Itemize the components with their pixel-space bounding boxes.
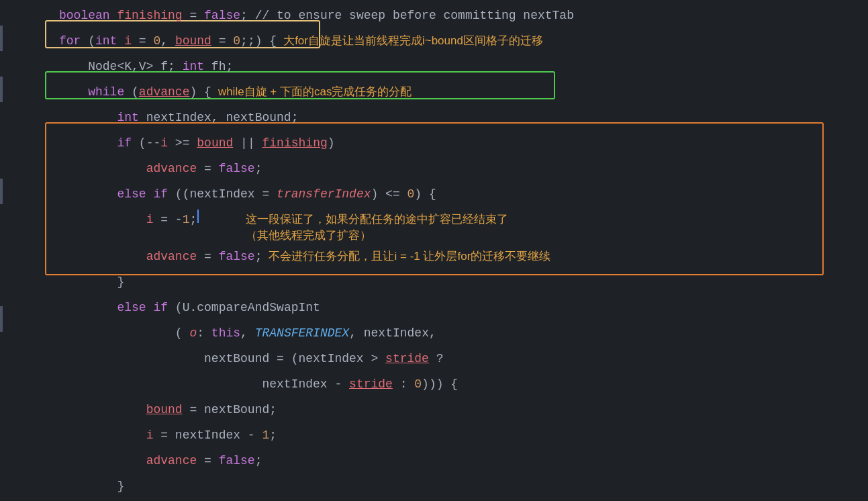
token-keyword: int [117,105,138,130]
token-plain: = [197,156,218,181]
token-keyword: else if [117,181,168,207]
token-num: 0 [233,28,240,54]
token-italic-o: o [189,320,197,346]
code-line-3: while ( advance ) { while自旋 + 下面的cas完成任务… [13,79,868,105]
token-num: 0 [407,181,415,207]
code-line-0: boolean finishing = false ; // to ensure… [13,3,868,28]
code-line-12: ( o : this , TRANSFERINDEX , nextIndex, [13,320,868,346]
token-var-advance: advance [139,79,190,105]
annotation-for-loop: 大for自旋是让当前线程完成i~bound区间格子的迁移 [283,28,543,54]
token-var-finishing: finishing [262,130,328,156]
token-plain: ; [189,207,197,232]
annotation-line8-2: （其他线程完成了扩容） [246,228,508,244]
token-plain [59,79,88,105]
token-plain: : [197,320,211,346]
token-plain [59,397,146,422]
token-num: 1 [262,422,269,448]
token-var-stride2: stride [349,371,393,397]
token-plain [117,28,124,54]
token-plain: = [197,244,218,269]
token-plain [59,295,117,320]
annotation-while: while自旋 + 下面的cas完成任务的分配 [218,79,412,105]
token-var: finishing [117,3,182,28]
token-plain: ; // to ensure sweep before committing n… [240,3,574,28]
token-keyword: while [88,79,124,105]
token-plain: ; [255,244,262,269]
token-plain [59,448,146,473]
token-var-advance: advance [146,244,197,269]
token-var-stride: stride [385,346,429,371]
text-cursor [197,210,199,223]
token-var-i2: i [146,422,154,448]
token-plain [59,422,146,448]
token-plain: ; [255,156,262,181]
sidebar-accent-2 [0,77,3,102]
token-plain: (-- [132,130,160,156]
token-plain: } [59,499,95,501]
token-plain: ( [81,28,95,54]
token-num: 1 [183,207,190,232]
token-plain: = [183,3,204,28]
token-plain: } [59,269,124,295]
token-plain: fh; [204,54,233,79]
token-plain: ; [269,422,277,448]
token-keyword: int [183,54,204,79]
token-plain: nextBound = (nextIndex > [59,346,385,371]
code-line-13: nextBound = (nextIndex > stride ? [13,346,868,371]
token-var-bound: bound [175,28,211,54]
token-var-bound: bound [197,130,233,156]
token-keyword: int [95,28,117,54]
code-line-15: bound = nextBound; [13,397,868,422]
token-keyword: false [204,3,240,28]
code-line-18: } [13,473,868,499]
token-keyword: false [219,244,255,269]
token-plain: } [59,473,124,499]
token-plain [59,244,146,269]
token-italic-transferIndex: transferIndex [277,181,371,207]
token-var-bound2: bound [146,397,183,422]
code-line-1: for ( int i = 0 , bound = 0 ;;) { 大for自旋… [13,28,868,54]
token-plain: ? [429,346,444,371]
token-plain: ( [59,320,189,346]
token-keyword: for [59,28,81,54]
token-plain [59,156,146,181]
token-keyword: this [211,320,240,346]
token-num: 0 [414,371,422,397]
code-line-19: } [13,499,868,501]
token-plain: ; [255,448,262,473]
code-line-2: Node<K,V> f; int fh; [13,54,868,79]
token-plain: nextIndex - [59,371,349,397]
sidebar-accent-1 [0,26,3,51]
token-plain [59,130,117,156]
token-num: 0 [153,28,160,54]
code-line-10: } [13,269,868,295]
token-plain: nextIndex, nextBound; [139,105,299,130]
token-keyword: boolean [59,3,117,28]
token-plain: ) { [414,181,436,207]
token-keyword: if [117,130,132,156]
token-plain: ((nextIndex = [168,181,277,207]
token-var-advance3: advance [146,448,197,473]
code-line-7: else if ((nextIndex = transferIndex ) <=… [13,181,868,207]
sidebar-accent-3 [0,179,3,204]
sidebar-accent-4 [0,306,3,332]
token-plain: || [233,130,262,156]
code-line-9: advance = false ; 不会进行任务分配，且让i = -1 让外层f… [13,244,868,269]
code-line-11: else if (U.compareAndSwapInt [13,295,868,320]
token-plain: = nextBound; [183,397,277,422]
annotation-line9: 不会进行任务分配，且让i = -1 让外层for的迁移不要继续 [269,244,550,269]
token-plain: : [393,371,414,397]
token-plain: , [240,320,255,346]
token-plain: (U.compareAndSwapInt [168,295,320,320]
code-line-5: if (-- i >= bound || finishing ) [13,130,868,156]
code-line-8: i = - 1 ; 这一段保证了，如果分配任务的途中扩容已经结束了 （其他线程完… [13,207,868,244]
token-italic-transferindex: TRANSFERINDEX [255,320,349,346]
code-line-6: advance = false ; [13,156,868,181]
token-plain: ) <= [371,181,407,207]
token-plain: = nextIndex - [153,422,262,448]
code-line-4: int nextIndex, nextBound; [13,105,868,130]
token-plain: = [211,28,233,54]
annotation-line8-1: 这一段保证了，如果分配任务的途中扩容已经结束了 [246,212,508,228]
token-var: i [124,28,132,54]
token-plain [59,105,117,130]
